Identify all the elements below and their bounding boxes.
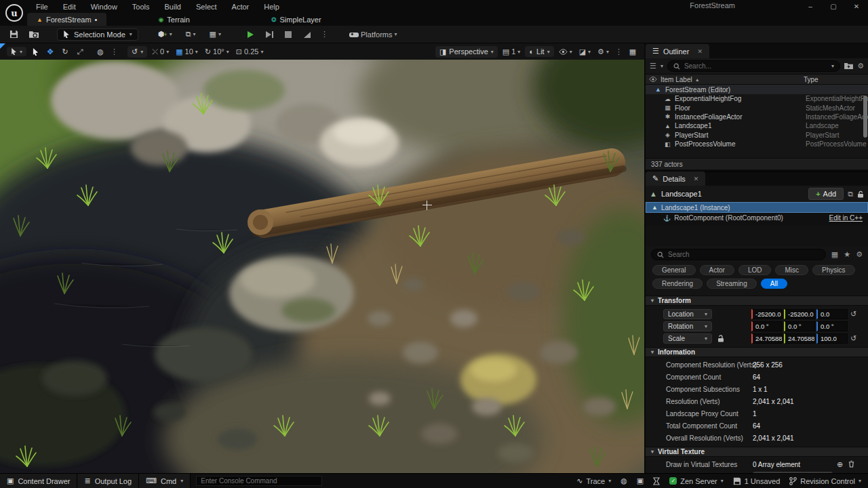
cinematics-dropdown[interactable]: ▦ ▾ (206, 28, 224, 40)
platforms-dropdown[interactable]: Platforms ▾ (346, 29, 400, 40)
scale-y-field[interactable]: 24.705883 (784, 333, 815, 344)
location-dropdown[interactable]: Location ▾ (663, 309, 712, 319)
menu-edit[interactable]: Edit (57, 1, 82, 12)
frame-skip-button[interactable] (261, 28, 277, 41)
section-transform[interactable]: ▾ Transform (646, 296, 868, 306)
level-tab-simplelayer[interactable]: ❂ SimpleLayer (262, 13, 331, 26)
save-icon[interactable] (5, 28, 22, 41)
menu-tools[interactable]: Tools (126, 1, 156, 12)
close-icon[interactable]: ✕ (694, 176, 699, 182)
details-search-input[interactable] (668, 251, 820, 258)
chip-actor[interactable]: Actor (700, 265, 734, 275)
outliner-world-row[interactable]: ▲ ForestStream (Editor) (646, 85, 868, 94)
world-local-toggle[interactable]: ◍ (93, 45, 108, 58)
scale-z-field[interactable]: 100.0 (816, 333, 848, 344)
move-tool[interactable]: ✥ (43, 45, 58, 58)
surface-snap-dropdown[interactable]: ⤬ 0 ▾ (149, 46, 172, 58)
scale-lock-icon[interactable] (717, 335, 724, 342)
camera-icon[interactable]: ▣ (637, 476, 644, 485)
add-actor-dropdown[interactable]: ⬢ + ▾ (155, 28, 176, 40)
chip-rendering[interactable]: Rendering (652, 279, 703, 289)
outliner-row-fog[interactable]: ☁ ExponentialHeightFogExponentialHeightF… (646, 94, 868, 103)
add-array-element-icon[interactable]: ⊕ (837, 460, 843, 469)
console-command-box[interactable] (196, 476, 322, 486)
outliner-settings-icon[interactable]: ⚙ (857, 62, 864, 70)
location-z-field[interactable]: 0.0 (816, 309, 848, 319)
rotation-z-field[interactable]: 0.0 ° (816, 321, 848, 331)
capture-icon[interactable]: ◍ (620, 476, 627, 485)
level-tab-foreststream[interactable]: ▲ ForestStream • (27, 13, 106, 26)
snap-dropdown[interactable]: ↺ ▾ (127, 46, 147, 58)
rotation-x-field[interactable]: 0.0 ° (751, 321, 783, 331)
rotate-tool[interactable]: ↻ (58, 45, 73, 58)
details-search[interactable] (651, 249, 826, 260)
scale-x-field[interactable]: 24.705883 (751, 333, 783, 344)
favorites-icon[interactable]: ★ (844, 250, 850, 259)
chip-physics[interactable]: Physics (812, 265, 854, 275)
column-item-label[interactable]: Item Label (660, 76, 692, 83)
trash-icon[interactable] (848, 460, 854, 469)
reset-location-button[interactable]: ↺ (850, 310, 856, 319)
stop-button[interactable] (280, 28, 296, 41)
transform-kebab[interactable]: ⋮ (108, 47, 121, 56)
viewport-settings-dropdown[interactable]: ⚙ ▾ (594, 46, 612, 58)
column-type[interactable]: Type (804, 76, 818, 83)
close-button[interactable]: ✕ (845, 0, 868, 13)
viewport-scene[interactable] (0, 60, 644, 473)
new-folder-icon[interactable] (844, 62, 853, 70)
editor-mode-dropdown[interactable]: Selection Mode ▾ (57, 28, 138, 41)
tab-details[interactable]: ✎ Details ✕ (646, 171, 705, 186)
reset-scale-button[interactable]: ↺ (850, 334, 856, 343)
output-log-button[interactable]: ≣ Output Log (77, 474, 139, 488)
cmd-dropdown[interactable]: ⌨ Cmd ▾ (139, 474, 191, 488)
component-row-instance[interactable]: ▲ Landscape1 (Instance) (646, 202, 868, 213)
zen-server-dropdown[interactable]: ✓ Zen Server ▾ (669, 477, 723, 485)
screen-size-dropdown[interactable]: ▤ 1 ▾ (499, 46, 524, 58)
trace-dropdown[interactable]: ∿ Trace ▾ (576, 476, 611, 485)
level-tab-terrain[interactable]: ◉ Terrain (149, 13, 199, 26)
chevron-down-icon[interactable]: ▾ (660, 63, 663, 69)
lock-icon[interactable] (857, 190, 864, 198)
outliner-row-postprocess[interactable]: ◧ PostProcessVolumePostProcessVolume (646, 140, 868, 148)
location-x-field[interactable]: -25200.0 (751, 309, 783, 319)
viewport-kebab[interactable]: ⋮ (612, 47, 625, 56)
scale-dropdown[interactable]: Scale ▾ (663, 333, 712, 344)
display-options-icon[interactable]: ▦ (831, 250, 838, 259)
chevron-down-icon[interactable]: ▾ (831, 63, 834, 69)
tab-outliner[interactable]: ☰ Outliner ✕ (646, 44, 709, 58)
perspective-dropdown[interactable]: ◨ Perspective ▾ (435, 46, 498, 58)
chip-lod[interactable]: LOD (738, 265, 772, 275)
outliner-search[interactable]: ▾ (667, 60, 840, 72)
launch-button[interactable] (299, 28, 315, 41)
location-y-field[interactable]: -25200.0 (784, 309, 815, 319)
menu-actor[interactable]: Actor (226, 1, 256, 12)
component-row-root[interactable]: ⚓ RootComponent (RootComponent0) Edit in… (646, 213, 868, 223)
revision-control-dropdown[interactable]: Revision Control ▾ (789, 477, 861, 485)
chip-general[interactable]: General (652, 265, 696, 275)
grid-snap-dropdown[interactable]: ▦ 10 ▾ (172, 46, 201, 58)
rotation-dropdown[interactable]: Rotation ▾ (663, 321, 712, 331)
chip-misc[interactable]: Misc (775, 265, 808, 275)
play-button[interactable] (242, 28, 258, 41)
select-tool[interactable] (28, 45, 43, 58)
outliner-scrollbar[interactable] (863, 96, 867, 138)
outliner-search-input[interactable] (684, 62, 827, 70)
camera-speed-dropdown[interactable]: ◪ ▾ (576, 46, 594, 58)
content-browser-icon[interactable] (26, 28, 42, 41)
menu-window[interactable]: Window (85, 1, 123, 12)
unsaved-button[interactable]: 1 Unsaved (733, 477, 781, 485)
chip-streaming[interactable]: Streaming (707, 279, 757, 289)
minimize-button[interactable]: – (799, 0, 822, 13)
menu-file[interactable]: File (30, 1, 54, 12)
outliner-row-landscape[interactable]: ▲ Landscape1Landscape (646, 121, 868, 130)
add-component-button[interactable]: +Add (808, 188, 844, 200)
maximize-button[interactable]: ▢ (822, 0, 845, 13)
outliner-row-foliage[interactable]: ✱ InstancedFoliageActorInstancedFoliageA… (646, 113, 868, 121)
outliner-row-floor[interactable]: ▦ FloorStaticMeshActor (646, 103, 868, 112)
filter-icon[interactable]: ☰ (650, 62, 656, 70)
maximize-viewport-icon[interactable]: ▦ (625, 45, 640, 58)
outliner-row-playerstart[interactable]: ◈ PlayerStartPlayerStart (646, 131, 868, 140)
scale-tool[interactable]: ⤢ (73, 45, 87, 58)
blueprints-dropdown[interactable]: ⧉ ▾ (182, 28, 199, 40)
menu-select[interactable]: Select (190, 1, 223, 12)
